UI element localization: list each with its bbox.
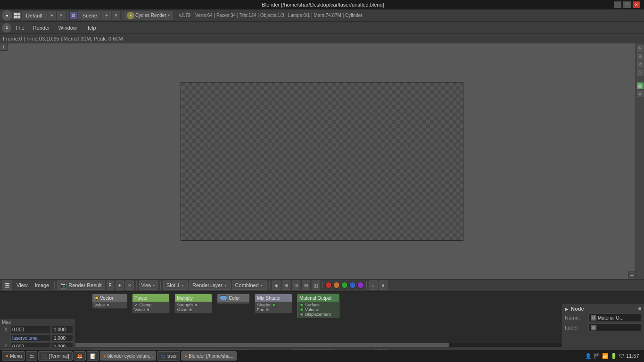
power-value-input[interactable] bbox=[146, 308, 150, 312]
name-props-value[interactable]: ⊞ Material O... bbox=[588, 313, 641, 322]
camera-icon[interactable]: ⬤ bbox=[637, 82, 644, 89]
node-hscrollbar[interactable] bbox=[0, 343, 561, 347]
minimize-button[interactable]: ─ bbox=[614, 1, 621, 8]
mix-shader-node[interactable]: Mix Shader Shader Fac bbox=[255, 294, 292, 313]
taskbar-blender-logo[interactable]: ● Menu bbox=[2, 351, 25, 361]
x-coord-val[interactable]: 0.000 bbox=[10, 326, 51, 333]
viewport-plus-tl[interactable]: + bbox=[0, 43, 8, 51]
power-node[interactable]: Power ✓ Clamp Value bbox=[132, 294, 170, 313]
view2-arrow: ▼ bbox=[152, 284, 156, 287]
color-green-btn[interactable] bbox=[341, 282, 348, 288]
window-menu-item[interactable]: Window bbox=[55, 23, 81, 33]
maximize-button[interactable]: □ bbox=[623, 1, 631, 8]
surface-label: Surface bbox=[305, 303, 320, 307]
taskbar-file-manager[interactable]: 🗀 bbox=[26, 351, 37, 361]
img-icon1[interactable]: ◈ bbox=[272, 280, 281, 290]
fac-input[interactable] bbox=[265, 308, 269, 312]
multiply-value-input[interactable] bbox=[189, 308, 192, 312]
vector-node[interactable]: Vector Value bbox=[92, 294, 127, 309]
render-layer-selector[interactable]: RenderLayer ▼ bbox=[189, 280, 231, 290]
taskbar-text-editor[interactable]: 📝 bbox=[87, 351, 99, 361]
layout-icon[interactable] bbox=[13, 12, 21, 19]
slot-text: Slot 1 bbox=[166, 282, 180, 288]
scale-icon[interactable]: ⤡ bbox=[637, 69, 644, 76]
render-layer-arrow: ▼ bbox=[224, 284, 227, 287]
rotate-icon[interactable]: ↺ bbox=[637, 61, 644, 68]
taskbar-firefox[interactable]: 🦊 bbox=[74, 351, 86, 361]
value-input[interactable] bbox=[106, 303, 110, 307]
color-orange-btn[interactable] bbox=[333, 282, 340, 288]
name-val[interactable]: laservolume bbox=[10, 334, 51, 342]
x-axis-label: X bbox=[2, 327, 9, 332]
blender-info-icon[interactable]: ℹ bbox=[2, 23, 11, 33]
render-menu-item[interactable]: Render bbox=[29, 23, 54, 33]
blender-logo-icon[interactable]: ● bbox=[2, 10, 12, 21]
displacement-socket[interactable] bbox=[300, 313, 304, 316]
vector-output-socket[interactable] bbox=[95, 296, 99, 300]
name-val2[interactable]: 1.000 bbox=[52, 334, 73, 342]
editor-type-icon[interactable]: ⊞ bbox=[2, 280, 12, 290]
del-image-button[interactable]: × bbox=[125, 280, 134, 290]
close-button[interactable]: ✕ bbox=[633, 1, 640, 8]
menu-toggle-btn[interactable]: ≡ bbox=[379, 280, 388, 290]
file-menu-item[interactable]: File bbox=[12, 23, 28, 33]
add-screen-button[interactable]: + bbox=[48, 11, 56, 20]
del-scene-button[interactable]: × bbox=[112, 11, 120, 20]
view-menu[interactable]: View bbox=[14, 280, 31, 290]
taskbar-blender-cycle[interactable]: ● blender cycle volum... bbox=[100, 351, 157, 361]
taskbar-folder-icon: 🗀 bbox=[160, 354, 165, 359]
img-icon3[interactable]: ⊡ bbox=[292, 280, 300, 290]
color-blue-btn[interactable] bbox=[349, 282, 356, 288]
shader-input[interactable] bbox=[272, 303, 276, 307]
cursor-icon[interactable]: ↖ bbox=[637, 45, 644, 52]
label-props-value[interactable]: ⊞ bbox=[588, 323, 641, 332]
surface-socket[interactable] bbox=[300, 303, 304, 307]
node-options-icon[interactable]: ≡ bbox=[638, 306, 641, 311]
prop-toggle-btn[interactable]: ○ bbox=[369, 280, 378, 290]
image-menu[interactable]: Image bbox=[32, 280, 52, 290]
z-coord-val[interactable]: 0.000 bbox=[10, 343, 51, 347]
bottom-section: ⊞ View Image 📷 Render Result F + × View … bbox=[0, 279, 644, 359]
strength-input[interactable] bbox=[194, 303, 198, 307]
taskbar-terminal[interactable]: ⬛ [Terminal] bbox=[38, 351, 72, 361]
img-icon2[interactable]: ⊞ bbox=[282, 280, 290, 290]
add-image-button[interactable]: + bbox=[116, 280, 124, 290]
render-layer-text: RenderLayer bbox=[192, 282, 223, 288]
x-coord-row: X 0.000 1.000 bbox=[2, 326, 73, 333]
render-f-button[interactable]: F bbox=[107, 280, 114, 290]
engine-selector[interactable]: ● Cycles Render ▼ bbox=[124, 11, 173, 20]
render-prop-icon[interactable]: ≡ bbox=[637, 90, 644, 97]
help-menu-item[interactable]: Help bbox=[82, 23, 100, 33]
vector-node-title: Vector bbox=[100, 296, 113, 301]
node-triangle-icon[interactable]: ▶ bbox=[565, 307, 568, 312]
taskbar-laser-folder[interactable]: 🗀 laser bbox=[157, 351, 180, 361]
engine-name: Cycles Render bbox=[135, 13, 166, 18]
color-red-btn[interactable] bbox=[325, 282, 332, 288]
version-label: v2.79 bbox=[179, 13, 190, 18]
img-icon4[interactable]: ⊟ bbox=[302, 280, 310, 290]
viewport-plus-br[interactable]: + bbox=[628, 272, 636, 279]
z-coord-val2[interactable]: 1.000 bbox=[52, 343, 73, 347]
name-props-row: Name: ⊞ Material O... bbox=[565, 313, 641, 322]
volume-socket[interactable] bbox=[300, 308, 304, 312]
color-purple-btn[interactable] bbox=[357, 282, 364, 288]
add-scene-button[interactable]: + bbox=[102, 11, 111, 20]
node-hscrollbar-thumb[interactable] bbox=[28, 343, 449, 347]
x-coord-val2[interactable]: 1.000 bbox=[52, 326, 73, 333]
view2-label[interactable]: View ▼ bbox=[139, 280, 158, 290]
material-output-node[interactable]: Material Output Surface Volume bbox=[297, 294, 339, 318]
scene-name[interactable]: Scene bbox=[78, 11, 101, 20]
taskbar-blender-sha[interactable]: ● Blender [/home/sha... bbox=[181, 351, 237, 361]
color-node[interactable]: Color bbox=[217, 294, 250, 304]
combined-selector[interactable]: Combined ▼ bbox=[232, 280, 267, 290]
multiply-node[interactable]: Multiply Strength Value bbox=[174, 294, 212, 313]
top-menu-bar: ● Default + × ▨ Scene + × ● Cycles Rende… bbox=[0, 9, 644, 22]
img-icon5[interactable]: ◫ bbox=[312, 280, 320, 290]
color-toggle[interactable] bbox=[220, 296, 227, 300]
slot-selector[interactable]: Slot 1 ▼ bbox=[163, 280, 188, 290]
workspace-name[interactable]: Default bbox=[22, 11, 47, 20]
taskbar-terminal-label: [Terminal] bbox=[49, 354, 69, 359]
name-props-icon: ⊞ bbox=[591, 315, 596, 321]
move-icon[interactable]: ⊕ bbox=[637, 53, 644, 60]
del-screen-button[interactable]: × bbox=[57, 11, 66, 20]
